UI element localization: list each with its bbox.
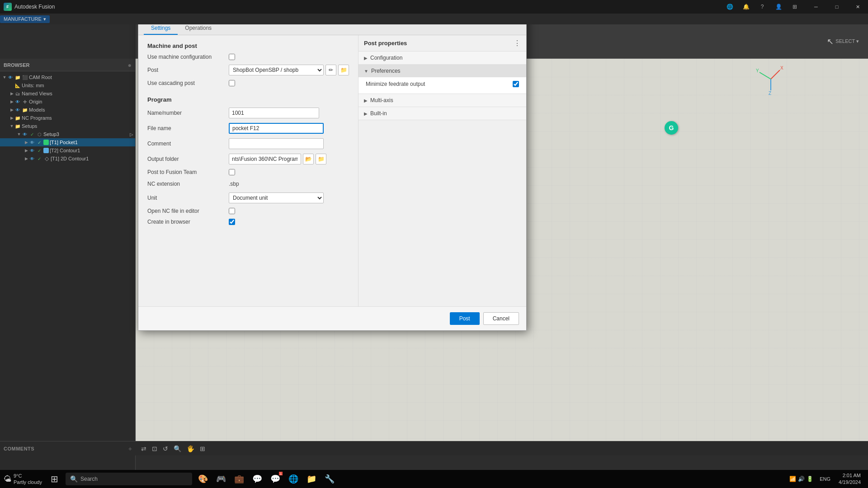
taskbar-icon-chat[interactable]: 💬 1 [266, 470, 284, 488]
minimize-feedrate-checkbox[interactable] [513, 81, 519, 87]
vtb-btn-1[interactable]: ⇄ [139, 444, 148, 453]
browser-item-named-views[interactable]: ▶ 🗂 Named Views [0, 89, 135, 98]
taskbar-icon-games[interactable]: 🎮 [212, 470, 230, 488]
svg-text:Z: Z [769, 91, 771, 95]
units-label: Units: mm [22, 83, 133, 88]
manufacture-menu[interactable]: MANUFACTURE ▾ [0, 15, 50, 23]
taskbar-icon-work[interactable]: 💼 [230, 470, 248, 488]
lang-indicator[interactable]: ENG [817, 476, 833, 482]
post-props-header: Post properties ⋮ [359, 35, 526, 52]
cancel-button[interactable]: Cancel [483, 312, 519, 325]
select-label: SELECT ▾ [835, 38, 859, 44]
output-browse-btn[interactable]: 📂 [303, 154, 314, 164]
post-fusion-control [229, 169, 349, 175]
select-btn[interactable]: ↖ SELECT ▾ [820, 26, 866, 56]
comment-input[interactable] [229, 138, 324, 149]
app-logo: F [4, 3, 12, 11]
post-button[interactable]: Post [450, 312, 480, 325]
minimize-btn[interactable]: ─ [806, 0, 826, 14]
form-row-unit: Unit Document unit Millimeters Inches [147, 192, 349, 203]
maximize-btn[interactable]: □ [826, 0, 847, 14]
manufacture-label: MANUFACTURE [4, 16, 42, 22]
browser-item-setup3[interactable]: ▼ 👁 ✓ ⬡ Setup3 ▷ [0, 130, 135, 138]
browser-item-contour1[interactable]: ▶ 👁 ✓ [T2] Contour1 [0, 146, 135, 155]
post-fusion-checkbox[interactable] [229, 169, 235, 175]
config-arrow: ▶ [364, 56, 368, 61]
browser-item-nc-programs[interactable]: ▶ 📁 NC Programs [0, 114, 135, 122]
browser-close-icon[interactable]: ● [128, 61, 132, 69]
taskbar-icon-explorer[interactable]: 📁 [302, 470, 321, 488]
setup3-play-icon[interactable]: ▷ [130, 132, 133, 137]
program-section-title: Program [147, 96, 349, 103]
open-nc-checkbox[interactable] [229, 208, 235, 214]
contour1-check: ✓ [36, 147, 42, 154]
taskbar-badge: 1 [279, 472, 283, 475]
browser-item-models[interactable]: ▶ 👁 📁 Models [0, 106, 135, 114]
volume-icon: 🔊 [798, 476, 805, 482]
origin-label: Origin [29, 99, 133, 104]
pocket1-label: [T1] Pocket1 [50, 140, 133, 145]
browser-item-cam-root[interactable]: ▼ 👁 📁 ⬛ CAM Root [0, 73, 135, 81]
create-browser-label: Create in browser [147, 219, 229, 225]
globe-btn[interactable]: 🌐 [722, 0, 737, 14]
name-number-input[interactable] [229, 108, 319, 118]
output-input[interactable] [229, 154, 301, 164]
setup3-icon: ⬡ [36, 131, 42, 137]
pocket1-eye: 👁 [29, 139, 35, 145]
vtb-btn-6[interactable]: ⊞ [198, 444, 207, 453]
use-machine-checkbox[interactable] [229, 54, 235, 60]
pocket1-type-icon [43, 140, 49, 145]
browser-item-units[interactable]: ▶ 📐 Units: mm [0, 81, 135, 89]
grammarly-icon[interactable]: G [665, 121, 678, 135]
comment-label: Comment [147, 141, 229, 147]
browser-item-2d-contour1[interactable]: ▶ 👁 ✓ ◇ [T1] 2D Contour1 [0, 155, 135, 163]
weather-widget[interactable]: 🌤 9°C Partly cloudy [0, 473, 46, 486]
battery-icon: 🔋 [807, 476, 813, 482]
contour1-type-icon [43, 148, 49, 153]
output-folder-btn[interactable]: 📁 [316, 154, 326, 164]
taskbar-search-bar[interactable]: 🔍 Search [66, 473, 192, 485]
browser-item-setups[interactable]: ▼ 📁 Setups [0, 122, 135, 130]
form-row-file-name: File name [147, 123, 349, 134]
pp-section-config-header[interactable]: ▶ Configuration [359, 52, 526, 64]
taskbar-icon-browser[interactable]: 🌐 [284, 470, 302, 488]
taskbar-clock[interactable]: 2:01 AM 4/19/2024 [835, 472, 864, 486]
comments-add-icon[interactable]: + [128, 445, 132, 452]
post-edit-btn[interactable]: ✏ [326, 65, 336, 75]
vtb-btn-4[interactable]: 🔍 [172, 444, 183, 453]
taskbar-icon-fusion[interactable]: 🔧 [321, 470, 339, 488]
unit-select[interactable]: Document unit Millimeters Inches [229, 192, 324, 203]
taskbar-icon-files[interactable]: 🎨 [194, 470, 212, 488]
dialog-footer: Post Cancel [138, 306, 526, 330]
header-right: 🌐 🔔 ? 👤 ⊞ [722, 0, 806, 14]
ribbon-right: ↖ SELECT ▾ [820, 26, 866, 56]
vtb-btn-5[interactable]: 🖐 [185, 444, 196, 453]
nc-icon: 📁 [14, 115, 21, 121]
output-control: 📂 📁 [229, 154, 349, 164]
notifications-btn[interactable]: 🔔 [739, 0, 753, 14]
create-browser-checkbox[interactable] [229, 219, 235, 225]
nc-ext-value: .sbp [229, 180, 239, 188]
account-btn[interactable]: 👤 [771, 0, 786, 14]
file-name-input[interactable] [229, 123, 324, 134]
help-btn[interactable]: ? [755, 0, 769, 14]
vtb-btn-2[interactable]: ⊡ [150, 444, 159, 453]
post-folder-btn[interactable]: 📁 [338, 65, 349, 75]
taskbar-sys-tray[interactable]: 📶 🔊 🔋 [788, 476, 815, 482]
setups-expand: ▼ [9, 124, 14, 128]
browser-item-pocket1[interactable]: ▶ 👁 ✓ [T1] Pocket1 [0, 138, 135, 146]
cam-root-cube-icon: ⬛ [22, 74, 28, 80]
pp-section-multiaxis-header[interactable]: ▶ Multi-axis [359, 94, 526, 107]
viewport-bottom-toolbar: ⇄ ⊡ ↺ 🔍 🖐 ⊞ [136, 441, 868, 455]
taskbar-start-btn[interactable]: ⊞ [46, 470, 64, 488]
post-select[interactable]: ShopBot OpenSBP / shopb [229, 65, 324, 75]
vtb-btn-3[interactable]: ↺ [161, 444, 170, 453]
expand-btn[interactable]: ⊞ [788, 0, 802, 14]
taskbar-icon-teams[interactable]: 💬 [248, 470, 266, 488]
browser-item-origin[interactable]: ▶ 👁 ✛ Origin [0, 98, 135, 106]
close-btn[interactable]: ✕ [847, 0, 868, 14]
post-props-more-btn[interactable]: ⋮ [514, 39, 521, 47]
pp-section-prefs-header[interactable]: ▼ Preferences [359, 65, 526, 77]
pp-section-builtin-header[interactable]: ▶ Built-in [359, 107, 526, 120]
cascading-checkbox[interactable] [229, 80, 235, 86]
